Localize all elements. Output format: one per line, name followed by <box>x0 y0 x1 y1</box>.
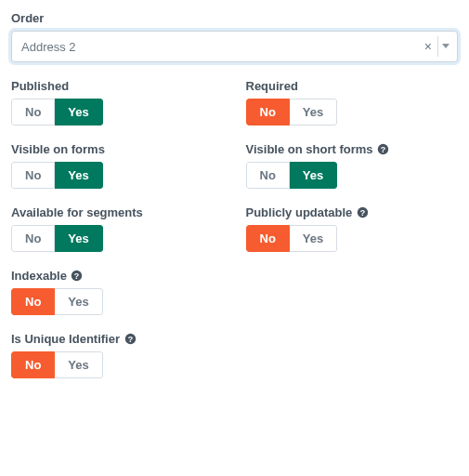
order-select-wrap: Address 2 × <box>11 31 458 62</box>
publicly-updatable-yes-button[interactable]: Yes <box>290 225 337 252</box>
visible-short-forms-no-button[interactable]: No <box>246 162 290 189</box>
available-segments-label: Available for segments <box>11 205 224 219</box>
published-yes-button[interactable]: Yes <box>55 99 102 126</box>
help-icon[interactable]: ? <box>377 143 390 156</box>
unique-identifier-toggle: No Yes <box>11 351 103 378</box>
visible-short-forms-yes-button[interactable]: Yes <box>290 162 337 189</box>
available-segments-label-text: Available for segments <box>11 205 143 219</box>
required-label: Required <box>246 79 459 93</box>
help-icon[interactable]: ? <box>356 206 369 219</box>
visible-forms-toggle: No Yes <box>11 162 103 189</box>
available-segments-yes-button[interactable]: Yes <box>55 225 102 252</box>
available-segments-toggle: No Yes <box>11 225 103 252</box>
published-no-button[interactable]: No <box>11 99 55 126</box>
publicly-updatable-label-text: Publicly updatable <box>246 205 353 219</box>
svg-text:?: ? <box>360 208 365 218</box>
visible-forms-yes-button[interactable]: Yes <box>55 162 102 189</box>
order-label: Order <box>11 11 458 25</box>
publicly-updatable-no-button[interactable]: No <box>246 225 290 252</box>
published-label: Published <box>11 79 224 93</box>
indexable-label-text: Indexable <box>11 269 67 283</box>
unique-identifier-label: Is Unique Identifier ? <box>11 332 224 346</box>
svg-text:?: ? <box>74 271 79 281</box>
chevron-down-icon[interactable] <box>437 36 452 57</box>
help-icon[interactable]: ? <box>71 270 84 283</box>
order-select-value: Address 2 <box>21 40 76 54</box>
visible-short-forms-label-text: Visible on short forms <box>246 142 373 156</box>
visible-forms-no-button[interactable]: No <box>11 162 55 189</box>
indexable-label: Indexable ? <box>11 269 224 283</box>
published-toggle: No Yes <box>11 99 103 126</box>
visible-short-forms-label: Visible on short forms ? <box>246 142 459 156</box>
indexable-no-button[interactable]: No <box>11 288 55 315</box>
svg-text:?: ? <box>381 145 385 154</box>
publicly-updatable-label: Publicly updatable ? <box>246 205 459 219</box>
visible-short-forms-toggle: No Yes <box>246 162 338 189</box>
required-yes-button[interactable]: Yes <box>290 99 337 126</box>
unique-identifier-no-button[interactable]: No <box>11 351 55 378</box>
order-label-text: Order <box>11 11 44 25</box>
unique-identifier-yes-button[interactable]: Yes <box>55 351 102 378</box>
available-segments-no-button[interactable]: No <box>11 225 55 252</box>
unique-identifier-label-text: Is Unique Identifier <box>11 332 120 346</box>
visible-forms-label: Visible on forms <box>11 142 224 156</box>
indexable-yes-button[interactable]: Yes <box>55 288 102 315</box>
clear-icon[interactable]: × <box>424 39 432 54</box>
publicly-updatable-toggle: No Yes <box>246 225 338 252</box>
order-select-controls: × <box>424 31 452 62</box>
order-select[interactable]: Address 2 <box>11 31 458 62</box>
indexable-toggle: No Yes <box>11 288 103 315</box>
required-no-button[interactable]: No <box>246 99 290 126</box>
published-label-text: Published <box>11 79 69 93</box>
help-icon[interactable]: ? <box>124 333 137 346</box>
svg-text:?: ? <box>127 335 132 344</box>
required-toggle: No Yes <box>246 99 338 126</box>
required-label-text: Required <box>246 79 298 93</box>
visible-forms-label-text: Visible on forms <box>11 142 105 156</box>
